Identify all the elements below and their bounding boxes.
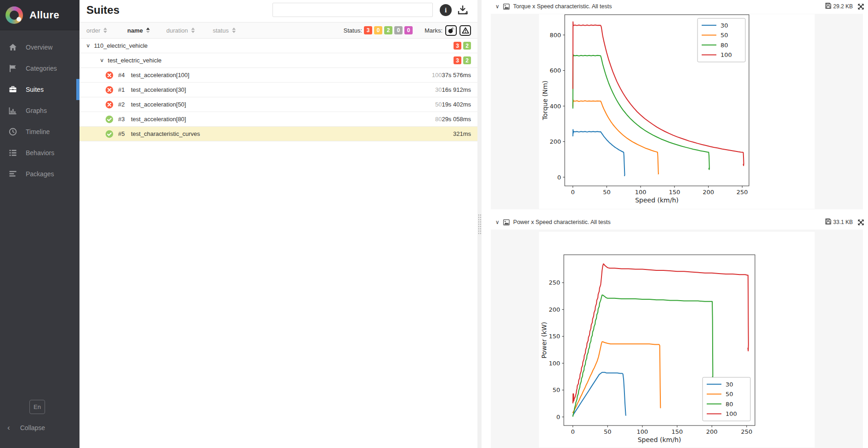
test-duration: 5019s 402ms (435, 101, 471, 108)
test-name: test_acceleration[50] (131, 101, 186, 108)
status-badge-passed[interactable]: 2 (384, 26, 392, 34)
svg-text:30: 30 (726, 381, 733, 388)
svg-text:250: 250 (741, 428, 752, 435)
attachments-panel: ∨ Torque x Speed characteristic. All tes… (482, 0, 868, 448)
group-passed-count: 2 (463, 42, 471, 50)
sidebar-item-overview[interactable]: Overview (0, 37, 79, 58)
status-badge-skipped[interactable]: 0 (394, 26, 403, 34)
brand-header: Allure (0, 0, 79, 30)
test-order: #4 (118, 72, 125, 78)
sidebar-item-graphs[interactable]: Graphs (0, 100, 79, 121)
chevron-left-icon: ‹ (7, 423, 10, 432)
tree-group-110-electric-vehicle[interactable]: ∨ 110_electric_vehicle 3 2 (79, 39, 477, 53)
sidebar-item-label: Categories (26, 65, 57, 72)
sort-label: duration (166, 27, 188, 34)
language-button[interactable]: En (29, 400, 45, 414)
sidebar-item-timeline[interactable]: Timeline (0, 121, 79, 142)
test-order: #1 (118, 86, 125, 93)
test-name: test_acceleration[30] (131, 86, 186, 93)
svg-text:150: 150 (549, 333, 560, 340)
panel-splitter (477, 0, 482, 448)
svg-text:800: 800 (550, 32, 561, 39)
test-duration: 3016s 912ms (435, 86, 471, 93)
expand-icon[interactable] (857, 3, 864, 10)
sidebar-item-label: Behaviors (26, 149, 54, 157)
svg-text:80: 80 (720, 42, 728, 49)
svg-text:0: 0 (571, 428, 575, 435)
collapse-button[interactable]: ‹ Collapse (0, 420, 79, 436)
tree-group-test-electric-vehicle[interactable]: ∨ test_electric_vehicle 3 2 (79, 53, 477, 68)
svg-text:0: 0 (557, 174, 561, 181)
flag-icon (8, 64, 18, 73)
failed-status-icon (105, 86, 113, 94)
test-name: test_acceleration[80] (131, 116, 186, 123)
test-order: #3 (118, 116, 125, 123)
test-duration: 10037s 576ms (432, 72, 471, 78)
sort-label: name (127, 27, 143, 34)
test-row-selected[interactable]: #5 test_characteristic_curves 321ms (79, 127, 477, 141)
group-name: test_electric_vehicle (108, 57, 162, 64)
chevron-down-icon[interactable]: ∨ (100, 57, 104, 63)
briefcase-icon (8, 85, 18, 94)
svg-text:200: 200 (550, 138, 561, 145)
svg-text:100: 100 (720, 51, 732, 58)
sidebar-item-packages[interactable]: Packages (0, 163, 79, 185)
expand-icon[interactable] (857, 219, 864, 226)
power-speed-chart-image[interactable]: 050100150200250050100150200250Speed (km/… (539, 232, 815, 448)
bomb-icon (448, 27, 454, 34)
sort-arrows-icon (103, 28, 107, 33)
svg-text:0: 0 (571, 189, 575, 196)
download-icon[interactable] (456, 4, 469, 16)
torque-speed-chart-image[interactable]: 0501001502002500200400600800Speed (km/h)… (539, 14, 815, 209)
test-row[interactable]: #3 test_acceleration[80] 8029s 058ms (79, 112, 477, 127)
attachment-header-torque[interactable]: ∨ Torque x Speed characteristic. All tes… (482, 0, 868, 13)
brand-name: Allure (29, 9, 59, 21)
list-toolbar: order name duration status Status: 3 0 2… (79, 22, 477, 39)
known-issue-filter-button[interactable] (460, 25, 471, 36)
splitter-drag-handle[interactable] (478, 214, 481, 234)
svg-text:100: 100 (549, 360, 560, 367)
bar-chart-icon (8, 106, 18, 115)
svg-text:50: 50 (603, 189, 611, 196)
sidebar-item-suites[interactable]: Suites (0, 79, 79, 100)
sort-duration[interactable]: duration (166, 22, 195, 38)
sort-name[interactable]: name (127, 22, 150, 38)
collapse-label: Collapse (20, 424, 45, 431)
group-passed-count: 2 (463, 56, 471, 64)
test-name: test_characteristic_curves (131, 130, 200, 137)
status-badge-unknown[interactable]: 0 (404, 26, 413, 34)
test-row[interactable]: #2 test_acceleration[50] 5019s 402ms (79, 97, 477, 112)
allure-logo-icon (6, 6, 23, 24)
sort-arrows-icon (232, 28, 236, 33)
chevron-down-icon[interactable]: ∨ (495, 3, 499, 10)
flaky-filter-button[interactable] (445, 25, 457, 36)
chevron-down-icon[interactable]: ∨ (86, 43, 91, 49)
file-size-icon (825, 2, 831, 11)
sort-arrows-icon (146, 28, 150, 33)
sidebar-item-behaviors[interactable]: Behaviors (0, 142, 79, 163)
svg-text:Torque (Nm): Torque (Nm) (541, 80, 549, 120)
test-order: #5 (118, 130, 125, 137)
svg-text:Power (kW): Power (kW) (540, 322, 548, 358)
sort-order[interactable]: order (86, 22, 107, 38)
test-duration: 8029s 058ms (435, 116, 471, 123)
chevron-down-icon[interactable]: ∨ (495, 219, 499, 225)
test-row[interactable]: #4 test_acceleration[100] 10037s 576ms (79, 68, 477, 83)
test-row[interactable]: #1 test_acceleration[30] 3016s 912ms (79, 83, 477, 97)
sidebar-item-categories[interactable]: Categories (0, 58, 79, 79)
info-icon[interactable]: i (440, 4, 452, 16)
attachment-preview-torque: 0501001502002500200400600800Speed (km/h)… (491, 14, 863, 209)
svg-text:200: 200 (703, 189, 714, 196)
image-attachment-icon (503, 4, 510, 10)
svg-text:200: 200 (706, 428, 718, 435)
status-badge-failed[interactable]: 3 (364, 26, 372, 34)
sort-label: status (213, 27, 229, 34)
attachment-header-power[interactable]: ∨ Power x Speed characteristic. All test… (482, 216, 868, 229)
status-badge-broken[interactable]: 0 (374, 26, 382, 34)
search-input[interactable] (272, 3, 433, 17)
svg-text:400: 400 (550, 103, 561, 110)
group-failed-count: 3 (454, 56, 461, 64)
sort-status[interactable]: status (213, 22, 236, 38)
svg-text:30: 30 (720, 22, 728, 29)
marks-filter-label: Marks: (425, 27, 443, 34)
